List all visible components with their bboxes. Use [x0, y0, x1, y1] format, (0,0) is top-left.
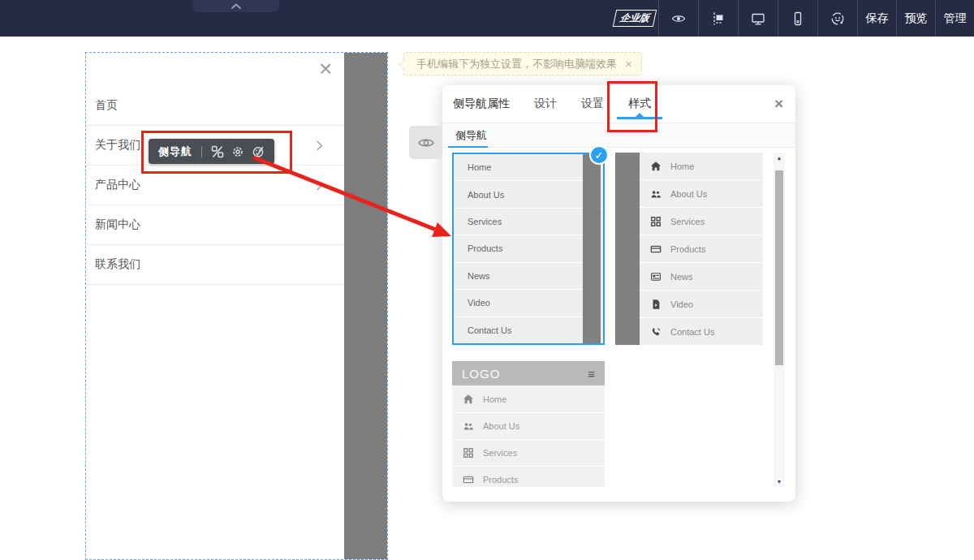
style-option-logo-list[interactable]: LOGO ≡ HomeAbout UsServicesProducts	[452, 361, 605, 487]
video-icon	[650, 299, 662, 310]
preview-menu-item-label: Contact Us	[670, 327, 714, 337]
selected-check-badge: ✓	[589, 145, 609, 165]
panel-tab[interactable]: 设置	[581, 97, 604, 111]
sidenav-overlay-bar	[344, 53, 387, 559]
panel-tab[interactable]: 侧导航属性	[453, 97, 510, 111]
mobile-edit-notice: 手机编辑下为独立设置，不影响电脑端效果 ×	[403, 52, 642, 75]
edition-badge-label: 企业版	[613, 10, 657, 27]
style-logo-list: HomeAbout UsServicesProducts	[452, 386, 605, 487]
collapse-toolbar-tab[interactable]	[192, 0, 279, 12]
notice-text: 手机编辑下为独立设置，不影响电脑端效果	[416, 57, 617, 71]
scrollbar-thumb[interactable]	[775, 170, 783, 365]
notice-close-icon[interactable]: ×	[625, 57, 632, 71]
style-option-icon-list[interactable]: HomeAbout UsServicesProductsNewsVideoCon…	[615, 153, 763, 345]
style-option-plain-list[interactable]: HomeAbout UsServicesProductsNewsVideoCon…	[452, 153, 605, 345]
mobile-view-button[interactable]	[778, 0, 817, 37]
preview-menu-item: Services	[640, 208, 763, 235]
editor-menu-item-label: 联系我们	[95, 257, 140, 272]
eye-icon	[670, 11, 687, 27]
home-icon	[463, 394, 474, 405]
news-icon	[650, 271, 662, 282]
subtab-sidenav[interactable]: 侧导航	[455, 128, 487, 143]
save-button[interactable]: 保存	[857, 0, 896, 37]
preview-menu-item: About Us	[452, 413, 605, 439]
preview-menu-item: Home	[454, 154, 603, 180]
panel-close-button[interactable]: ×	[774, 96, 783, 111]
save-button-label: 保存	[866, 11, 889, 26]
style-plain-list: HomeAbout UsServicesProductsNewsVideoCon…	[454, 154, 603, 343]
scroll-up-icon[interactable]: ▲	[774, 155, 785, 161]
editor-menu-item[interactable]: 新闻中心	[86, 205, 344, 245]
editor-menu-item[interactable]: 首页	[86, 86, 344, 126]
top-navbar: 企业版	[0, 0, 974, 37]
panel-content: HomeAbout UsServicesProductsNewsVideoCon…	[442, 148, 795, 500]
preview-button-label: 预览	[905, 11, 928, 26]
preview-menu-item-label: Video	[670, 299, 693, 309]
preview-menu-item-label: News	[670, 272, 693, 282]
preview-menu-item: Services	[454, 209, 603, 235]
editor-menu-item-label: 首页	[95, 98, 118, 113]
grid-icon	[650, 216, 662, 227]
preview-menu-item: Products	[640, 235, 763, 262]
preview-logo-text: LOGO	[462, 367, 500, 381]
card-icon	[650, 243, 662, 255]
chevron-up-icon	[231, 3, 242, 10]
preview-menu-item-label: Services	[483, 448, 517, 458]
guides-ruler-icon	[710, 11, 726, 27]
hamburger-menu-icon: ≡	[588, 367, 595, 381]
home-icon	[650, 161, 662, 172]
preview-menu-item-label: About Us	[483, 421, 519, 431]
sidenav-properties-panel: 侧导航属性设计设置样式 × 侧导航 HomeAbout UsServicesPr…	[442, 85, 795, 502]
editor-menu-item[interactable]: 联系我们	[86, 245, 344, 285]
desktop-view-button[interactable]	[738, 0, 778, 37]
preview-menu-item: Contact Us	[454, 317, 603, 343]
preview-menu-item-label: Products	[670, 244, 705, 254]
editor-close-button[interactable]: ×	[319, 58, 332, 80]
preview-menu-item: Video	[454, 290, 603, 316]
annotation-box-style-tab	[607, 81, 657, 132]
check-icon: ✓	[595, 149, 604, 162]
preview-menu-item-label: Home	[483, 394, 506, 404]
style-icon-list: HomeAbout UsServicesProductsNewsVideoCon…	[640, 153, 763, 345]
navbar-actions: 企业版	[611, 0, 974, 37]
notice-notch	[399, 59, 409, 70]
preview-menu-item: About Us	[454, 181, 603, 207]
editor-menu: 首页关于我们产品中心新闻中心联系我们	[86, 86, 344, 285]
sidenav-editor-module: × 首页关于我们产品中心新闻中心联系我们	[85, 52, 388, 560]
preview-menu-item: News	[454, 263, 603, 289]
editor-menu-item-label: 关于我们	[95, 138, 140, 153]
preview-menu-item: Services	[452, 440, 605, 466]
preview-menu-item: Home	[640, 153, 763, 179]
scroll-down-icon[interactable]: ▼	[774, 479, 785, 485]
preview-menu-item-label: About Us	[670, 189, 707, 199]
preview-menu-item: Video	[640, 291, 763, 317]
preview-menu-item: Contact Us	[640, 318, 763, 345]
support-headset-icon	[830, 11, 846, 27]
panel-tab[interactable]: 设计	[534, 97, 557, 111]
annotation-box-toolbar	[141, 131, 292, 174]
editor-menu-item-label: 新闻中心	[95, 218, 140, 232]
card-icon	[463, 474, 474, 485]
preview-menu-item: News	[640, 263, 763, 290]
app-root: 企业版	[0, 0, 974, 560]
manage-button-label: 管理	[944, 11, 967, 26]
preview-button[interactable]: 预览	[896, 0, 935, 37]
support-button[interactable]	[817, 0, 857, 37]
eye-icon	[416, 133, 436, 153]
grid-icon	[463, 447, 474, 459]
preview-menu-item-label: Services	[670, 217, 705, 226]
preview-menu-item: Products	[454, 235, 603, 261]
module-visibility-button[interactable]	[409, 126, 442, 159]
preview-menu-item: Home	[452, 386, 605, 412]
guides-button[interactable]	[698, 0, 738, 37]
panel-scrollbar[interactable]: ▲ ▼	[774, 153, 785, 487]
editor-menu-item-label: 产品中心	[95, 178, 140, 192]
preview-menu-item-label: Products	[483, 475, 518, 485]
preview-logo-header: LOGO ≡	[452, 361, 605, 386]
mobile-icon	[790, 11, 806, 27]
preview-scroll-bar	[583, 154, 601, 343]
manage-button[interactable]: 管理	[935, 0, 974, 37]
preview-menu-item: About Us	[640, 180, 763, 207]
preview-eye-button[interactable]	[658, 0, 698, 37]
edition-badge: 企业版	[611, 0, 658, 37]
